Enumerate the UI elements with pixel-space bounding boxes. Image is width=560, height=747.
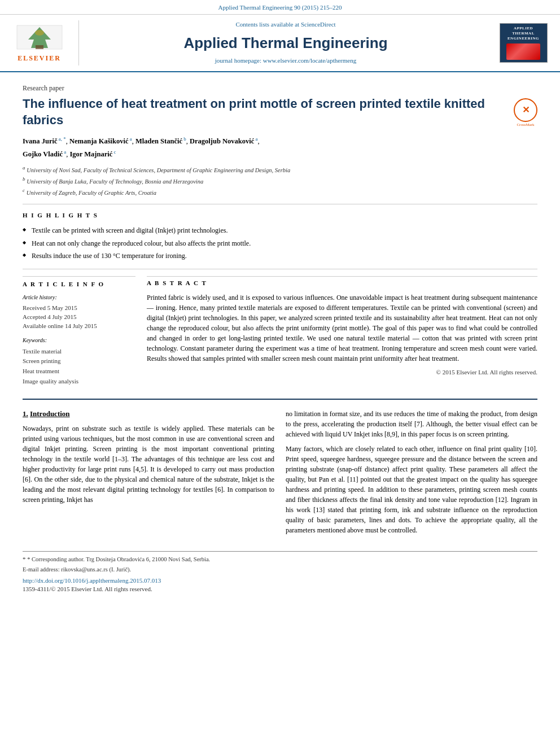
received-date: Received 5 May 2015 <box>23 304 135 312</box>
authors-line-2: Gojko Vladić a, Igor Majnarić c <box>23 148 537 160</box>
keyword-2: Screen printing <box>23 356 135 366</box>
intro-left-column: 1. Introduction Nowadays, print on subst… <box>23 409 274 540</box>
article-info-heading: A R T I C L E I N F O <box>23 280 135 289</box>
highlight-item-3: Results induce the use of 130 °C tempera… <box>23 250 537 262</box>
journal-logo-graphic <box>506 43 540 60</box>
svg-point-3 <box>35 30 44 36</box>
intro-paragraph-2: no limitation in format size, and its us… <box>286 409 537 439</box>
highlights-section: H I G H L I G H T S Textile can be print… <box>23 211 537 262</box>
intro-right-column: no limitation in format size, and its us… <box>286 409 537 540</box>
article-info-box: A R T I C L E I N F O Article history: R… <box>23 276 135 386</box>
sciencedirect-link[interactable]: ScienceDirect <box>301 21 336 28</box>
journal-title: Applied Thermal Engineering <box>183 33 387 53</box>
intro-heading: 1. Introduction <box>23 409 274 419</box>
info-abstract-columns: A R T I C L E I N F O Article history: R… <box>23 276 537 392</box>
article-history: Article history: Received 5 May 2015 Acc… <box>23 294 135 331</box>
article-info-column: A R T I C L E I N F O Article history: R… <box>23 276 135 392</box>
affiliation-a: a University of Novi Sad, Faculty of Tec… <box>23 164 537 174</box>
abstract-heading: A B S T R A C T <box>147 276 537 287</box>
author-2: Nemanja Kašiković <box>69 137 129 145</box>
author-6: Igor Majnarić <box>69 150 112 158</box>
history-label: Article history: <box>23 294 135 302</box>
intro-paragraph-1: Nowadays, print on substrate such as tex… <box>23 423 274 505</box>
accepted-date: Accepted 4 July 2015 <box>23 313 135 321</box>
author-5: Gojko Vladić <box>23 150 63 158</box>
footnotes-section: * * Corresponding author. Trg Dositeja O… <box>23 551 537 593</box>
crossmark-label: CrossMark <box>514 123 537 128</box>
journal-logo-title: APPLIEDTHERMALENGINEERING <box>508 26 539 41</box>
article-type-label: Research paper <box>23 84 537 93</box>
highlights-heading: H I G H L I G H T S <box>23 211 537 220</box>
homepage-url[interactable]: www.elsevier.com/locate/apthermeng <box>263 57 356 64</box>
keyword-1: Textile material <box>23 347 135 357</box>
keywords-label: Keywords: <box>23 337 135 344</box>
main-content: Research paper ✕ CrossMark The influence… <box>0 72 560 600</box>
elsevier-logo-svg <box>14 23 65 54</box>
abstract-text: Printed fabric is widely used, and it is… <box>147 292 537 364</box>
elsevier-logo-area: ELSEVIER <box>6 20 79 65</box>
copyright-line: © 2015 Elsevier Ltd. All rights reserved… <box>147 368 537 377</box>
doi-line[interactable]: http://dx.doi.org/10.1016/j.applthermale… <box>23 576 537 585</box>
affiliations-block: a University of Novi Sad, Faculty of Tec… <box>23 164 537 198</box>
issn-line: 1359-4311/© 2015 Elsevier Ltd. All right… <box>23 585 537 593</box>
authors-line: Ivana Jurič a, *, Nemanja Kašiković a, M… <box>23 136 537 147</box>
abstract-column: A B S T R A C T Printed fabric is widely… <box>147 276 537 392</box>
affiliation-c: c University of Zagreb, Faculty of Graph… <box>23 187 537 197</box>
journal-logo-area: APPLIEDTHERMALENGINEERING <box>492 20 549 65</box>
journal-logo-box: APPLIEDTHERMALENGINEERING <box>500 23 548 63</box>
available-online-date: Available online 14 July 2015 <box>23 322 135 330</box>
highlight-item-2: Heat can not only change the reproduced … <box>23 238 537 250</box>
introduction-section: 1. Introduction Nowadays, print on subst… <box>23 409 537 540</box>
author-1: Ivana Jurič <box>23 137 57 145</box>
keyword-4: Image quality analysis <box>23 377 135 387</box>
keyword-3: Heat treatment <box>23 366 135 377</box>
author-4: Dragoljub Novaković <box>190 137 254 145</box>
paper-title: The influence of heat treatment on print… <box>23 96 537 128</box>
elsevier-wordmark: ELSEVIER <box>18 54 61 63</box>
article-info-heading-container: A R T I C L E I N F O <box>23 277 135 289</box>
top-bar: Applied Thermal Engineering 90 (2015) 21… <box>0 0 560 15</box>
email-footnote: E-mail address: rikovska@uns.ac.rs (I. J… <box>23 566 537 574</box>
crossmark-icon: ✕ <box>514 98 537 122</box>
highlight-item-1: Textile can be printed with screen and d… <box>23 225 537 237</box>
keywords-section: Keywords: Textile material Screen printi… <box>23 337 135 386</box>
intro-paragraph-3: Many factors, which are closely related … <box>286 444 537 535</box>
divider-3 <box>23 399 537 400</box>
journal-homepage-line: journal homepage: www.elsevier.com/locat… <box>215 56 356 65</box>
svg-rect-2 <box>36 45 43 49</box>
journal-header: ELSEVIER Contents lists available at Sci… <box>0 15 560 72</box>
corresponding-author-footnote: * * Corresponding author. Trg Dositeja O… <box>23 555 537 564</box>
divider-2 <box>23 269 537 269</box>
author-3: Mladen Stančić <box>135 137 182 145</box>
keywords-list: Textile material Screen printing Heat tr… <box>23 347 135 386</box>
divider-1 <box>23 204 537 204</box>
journal-citation: Applied Thermal Engineering 90 (2015) 21… <box>218 4 330 11</box>
elsevier-logo: ELSEVIER <box>14 23 65 63</box>
contents-available-line: Contents lists available at ScienceDirec… <box>235 20 335 29</box>
journal-info-center: Contents lists available at ScienceDirec… <box>79 20 492 65</box>
affiliation-b: b University of Banja Luka, Faculty of T… <box>23 176 537 186</box>
